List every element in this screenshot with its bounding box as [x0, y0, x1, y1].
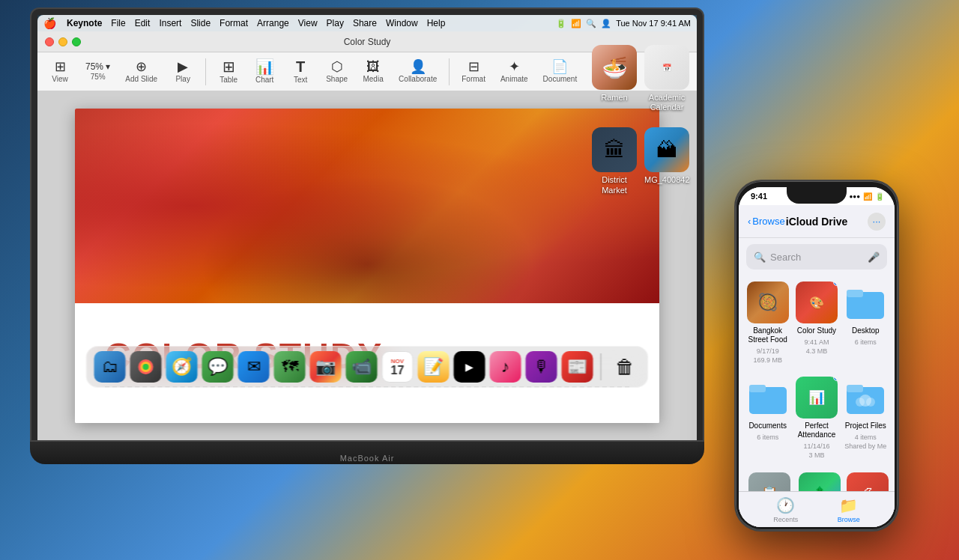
- menu-play[interactable]: Play: [322, 18, 348, 28]
- zoom-icon: 75% ▾: [85, 62, 110, 71]
- menu-view[interactable]: View: [294, 18, 322, 28]
- dock-separator: [601, 353, 602, 380]
- recents-label: Recents: [773, 516, 798, 523]
- ramen-icon: 🍜: [592, 45, 637, 90]
- dock-trash[interactable]: 🗑: [609, 351, 641, 383]
- search-placeholder-text: Search: [770, 252, 863, 263]
- color-study-thumbnail: 🎨: [796, 281, 838, 323]
- toolbar-view[interactable]: ⊞ View: [43, 57, 76, 86]
- toolbar-play[interactable]: ▶ Play: [166, 57, 199, 86]
- battery-status-icon: 🔋: [875, 192, 884, 201]
- iphone-status-icons: ●●● 📶 🔋: [850, 192, 885, 201]
- chevron-left-icon: ‹: [748, 216, 751, 227]
- desktop-icon-ramen[interactable]: 🍜 Ramen: [592, 45, 637, 112]
- menu-help[interactable]: Help: [423, 18, 450, 28]
- toolbar-zoom[interactable]: 75% ▾ 75%: [79, 59, 116, 84]
- menu-window[interactable]: Window: [381, 18, 423, 28]
- toolbar-format[interactable]: ⊟ Format: [456, 57, 491, 86]
- file-documents[interactable]: Documents 6 items: [746, 377, 789, 460]
- toolbar-collaborate[interactable]: 👤 Collaborate: [393, 57, 443, 86]
- dock-facetime[interactable]: 📹: [346, 351, 378, 383]
- menu-bar-right: 🔋 📶 🔍 👤 Tue Nov 17 9:41 AM: [556, 19, 691, 28]
- toolbar-animate[interactable]: ✦ Animate: [494, 57, 534, 86]
- dock-mail[interactable]: ✉: [238, 351, 270, 383]
- dock-maps[interactable]: 🗺: [274, 351, 306, 383]
- toolbar-text[interactable]: T Text: [284, 56, 317, 87]
- icloud-more-button[interactable]: ···: [868, 213, 886, 231]
- browse-label: Browse: [838, 516, 860, 523]
- tab-recents[interactable]: 🕐 Recents: [773, 496, 798, 523]
- icloud-back-button[interactable]: ‹ Browse: [748, 216, 785, 227]
- menu-format[interactable]: Format: [215, 18, 252, 28]
- dock-calendar[interactable]: NOV 17: [382, 351, 414, 383]
- macbook-label: MacBook Air: [340, 454, 395, 463]
- desktop-icon-photo[interactable]: 🏔 MG_400842: [644, 127, 690, 195]
- file-scenic[interactable]: 🌲 Scenic Pacific Trails 6/15/182.4 MB: [799, 472, 841, 491]
- file-perfect-attendance[interactable]: 📊 Perfect Attendance 11/14/163 MB: [795, 377, 838, 460]
- toolbar-table[interactable]: ⊞ Table: [212, 56, 245, 87]
- file-desktop[interactable]: Desktop 6 items: [844, 281, 887, 365]
- file-screen-printing[interactable]: 🖨 Screen Printing 5/8/1826.1 MB: [847, 472, 889, 491]
- toolbar-document[interactable]: 📄 Document: [537, 57, 584, 86]
- iphone-notch: [787, 187, 847, 204]
- view-icon: ⊞: [55, 60, 66, 73]
- desktop-icon-district[interactable]: 🏛 District Market: [592, 127, 637, 195]
- minimize-button[interactable]: [58, 37, 67, 46]
- apple-menu-icon[interactable]: 🍎: [43, 17, 56, 29]
- dock-music[interactable]: ♪: [490, 351, 521, 383]
- file-row-2: Documents 6 items 📊 Perfect Attendance 1…: [746, 377, 887, 460]
- desktop-icon-calendar[interactable]: 📅 Academic Calendar: [644, 45, 689, 112]
- menu-edit[interactable]: Edit: [130, 18, 155, 28]
- tab-browse[interactable]: 📁 Browse: [838, 496, 860, 523]
- iphone-screen: 9:41 ●●● 📶 🔋 ‹ Browse iCloud Drive ···: [739, 187, 895, 527]
- toolbar-add-slide[interactable]: ⊕ Add Slide: [119, 57, 163, 86]
- dock-notes[interactable]: 📝: [418, 351, 450, 383]
- dock-messages[interactable]: 💬: [202, 351, 234, 383]
- user-menu-icon[interactable]: 👤: [601, 19, 611, 28]
- close-button[interactable]: [45, 37, 54, 46]
- chart-icon: 📊: [255, 59, 274, 74]
- icloud-app: ‹ Browse iCloud Drive ··· 🔍 Search 🎤: [739, 205, 895, 527]
- menu-bar: 🍎 Keynote File Edit Insert Slide Format …: [37, 15, 697, 31]
- fullscreen-button[interactable]: [72, 37, 81, 46]
- district-label: District Market: [592, 175, 637, 195]
- wifi-status-icon: 📶: [863, 192, 872, 201]
- icloud-search-bar[interactable]: 🔍 Search 🎤: [746, 244, 887, 270]
- toolbar-shape[interactable]: ⬡ Shape: [320, 57, 354, 86]
- slide-overlay: [75, 109, 659, 303]
- back-label: Browse: [752, 216, 784, 227]
- animate-icon: ✦: [509, 60, 520, 73]
- documents-thumbnail: [747, 377, 789, 419]
- toolbar-sep-1: [205, 58, 206, 85]
- photo-label: MG_400842: [644, 175, 690, 185]
- menu-insert[interactable]: Insert: [154, 18, 186, 28]
- menu-arrange[interactable]: Arrange: [252, 18, 294, 28]
- district-icon: 🏛: [592, 127, 637, 172]
- toolbar-chart[interactable]: 📊 Chart: [248, 56, 281, 87]
- menu-file[interactable]: File: [106, 18, 130, 28]
- dock-safari[interactable]: 🧭: [166, 351, 198, 383]
- scenic-thumbnail: 🌲: [799, 472, 841, 491]
- dock-appletv[interactable]: ▶: [454, 351, 485, 383]
- file-bangkok[interactable]: 🥘 Bangkok Street Food 9/17/19169.9 MB: [746, 281, 789, 365]
- file-remodel[interactable]: 📋 Remodel Projec...udget 5/3/18232 KB: [746, 472, 793, 491]
- svg-rect-8: [847, 385, 863, 392]
- desktop-name: Desktop: [852, 326, 880, 335]
- file-color-study[interactable]: 🎨 Color Study 9:41 AM4.3 MB: [795, 281, 838, 365]
- menu-keynote[interactable]: Keynote: [62, 18, 106, 28]
- signal-icon: ●●●: [850, 193, 861, 200]
- wifi-icon: 📶: [571, 19, 581, 28]
- dock-podcasts[interactable]: 🎙: [526, 351, 557, 383]
- search-menu-icon[interactable]: 🔍: [586, 19, 596, 28]
- dock-news[interactable]: 📰: [562, 351, 593, 383]
- toolbar-media[interactable]: 🖼 Media: [357, 57, 390, 86]
- file-project-files[interactable]: Project Files 4 itemsShared by Me: [844, 377, 887, 460]
- search-icon: 🔍: [754, 252, 766, 263]
- menu-slide[interactable]: Slide: [186, 18, 215, 28]
- dock-finder[interactable]: 🗂: [94, 351, 126, 383]
- color-study-meta: 9:41 AM4.3 MB: [804, 338, 829, 356]
- dock-photos[interactable]: 📷: [310, 351, 342, 383]
- menu-share[interactable]: Share: [348, 18, 381, 28]
- macbook-frame: 🍎 Keynote File Edit Insert Slide Format …: [30, 7, 704, 539]
- dock-launchpad[interactable]: [130, 351, 162, 383]
